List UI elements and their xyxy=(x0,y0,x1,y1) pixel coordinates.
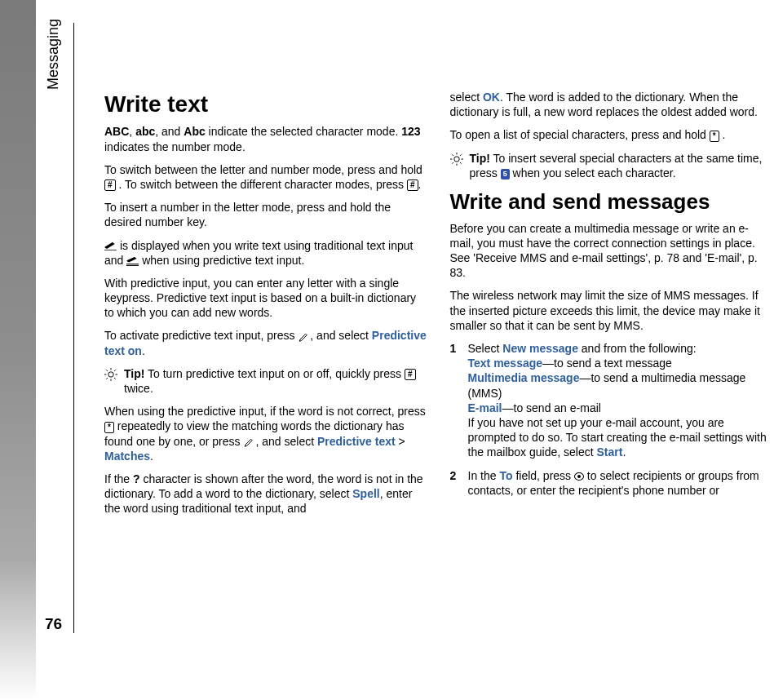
hash-key-icon: # xyxy=(407,179,418,191)
para-word-not-correct: When using the predictive input, if the … xyxy=(104,404,427,463)
pencil-underline-icon xyxy=(126,254,139,267)
pencil-icon xyxy=(104,239,117,252)
text: Select xyxy=(468,342,503,355)
label-abc-upper: ABC xyxy=(104,125,129,138)
text: , and select xyxy=(255,435,317,448)
text: indicate the selected character mode. xyxy=(206,125,401,138)
edit-key-icon xyxy=(298,329,310,342)
para-input-icons: is displayed when you write text using t… xyxy=(104,238,427,268)
tip-icon xyxy=(104,366,117,381)
text: , and xyxy=(155,125,184,138)
heading-write-send-messages: Write and send messages xyxy=(450,188,773,216)
hash-key-icon: # xyxy=(104,179,116,191)
page-number: 76 xyxy=(45,615,62,633)
text: When using the predictive input, if the … xyxy=(104,405,426,418)
para-character-mode: ABC, abc, and Abc indicate the selected … xyxy=(104,124,427,153)
tip-label: Tip! xyxy=(470,152,490,165)
hash-key-icon: # xyxy=(405,369,416,380)
text: . xyxy=(723,128,726,141)
text: . To switch between the different charac… xyxy=(118,178,407,191)
text: —to send a text message xyxy=(542,357,672,370)
text: . xyxy=(150,450,153,463)
text: To open a list of special characters, pr… xyxy=(450,128,710,141)
para-switch-mode: To switch between the letter and number … xyxy=(104,162,427,192)
svg-point-9 xyxy=(453,157,458,162)
step-number: 1 xyxy=(450,341,457,356)
svg-line-7 xyxy=(114,370,116,372)
svg-line-15 xyxy=(460,162,462,164)
svg-line-5 xyxy=(106,370,108,372)
svg-line-8 xyxy=(106,378,108,379)
tip-predictive-toggle: Tip! To turn predictive text input on or… xyxy=(104,366,427,396)
text: , and select xyxy=(310,329,372,342)
text: indicates the number mode. xyxy=(104,140,245,153)
text: To turn predictive text input on or off,… xyxy=(144,367,405,380)
text: . xyxy=(622,445,626,459)
para-predictive-explain: With predictive input, you can enter any… xyxy=(104,276,427,321)
page-margin-rule xyxy=(73,23,74,633)
link-ok: OK xyxy=(483,91,500,104)
svg-line-6 xyxy=(114,378,116,379)
text: . xyxy=(142,344,145,357)
link-multimedia-message: Multimedia message xyxy=(468,371,580,384)
text: . xyxy=(418,178,422,191)
text: when you select each character. xyxy=(510,166,676,179)
para-connection-settings: Before you can create a multimedia messa… xyxy=(450,221,773,281)
star-key-icon: * xyxy=(710,131,719,142)
link-new-message: New message xyxy=(502,342,578,355)
text: —to send an e-mail xyxy=(502,401,601,414)
para-question-mark: If the ? character is shown after the wo… xyxy=(104,472,427,516)
column-left: Write text ABC, abc, and Abc indicate th… xyxy=(104,90,427,700)
tip-icon xyxy=(450,151,463,166)
tip-label: Tip! xyxy=(124,367,144,380)
edit-key-icon xyxy=(243,435,255,448)
text: > xyxy=(396,435,405,448)
text: If the xyxy=(104,472,133,485)
link-text-message: Text message xyxy=(468,357,543,370)
scroll-key-icon xyxy=(574,472,584,481)
svg-line-17 xyxy=(452,162,453,164)
svg-line-16 xyxy=(460,154,462,156)
link-to-field: To xyxy=(499,469,512,482)
link-matches: Matches xyxy=(104,450,150,463)
label-123: 123 xyxy=(401,125,420,138)
text: and from the following: xyxy=(578,342,697,355)
link-predictive-text: Predictive text xyxy=(317,435,396,448)
step-1: 1 Select New message and from the follow… xyxy=(450,341,773,460)
step-number: 2 xyxy=(450,468,457,483)
link-start: Start xyxy=(596,445,622,459)
text: when using predictive text input. xyxy=(139,254,304,267)
para-special-chars: To open a list of special characters, pr… xyxy=(450,127,773,142)
para-mms-limit: The wireless network may limit the size … xyxy=(450,288,773,333)
text: To activate predictive text input, press xyxy=(104,329,298,342)
heading-write-text: Write text xyxy=(104,90,427,119)
text: select xyxy=(450,91,483,104)
para-activate-predictive: To activate predictive text input, press… xyxy=(104,328,427,357)
link-email: E-mail xyxy=(468,401,502,414)
column-right: select OK. The word is added to the dict… xyxy=(450,90,773,700)
para-insert-number: To insert a number in the letter mode, p… xyxy=(104,200,427,229)
page-gradient-sidebar xyxy=(0,0,36,700)
text: twice. xyxy=(124,382,153,395)
svg-line-14 xyxy=(452,154,453,156)
star-key-icon: * xyxy=(104,422,114,433)
text: To switch between the letter and number … xyxy=(104,163,422,176)
svg-point-0 xyxy=(108,372,113,377)
label-abc-lower: abc xyxy=(135,125,155,138)
label-abc-mixed: Abc xyxy=(184,125,205,138)
step-2: 2 In the To field, press to select recip… xyxy=(450,468,773,498)
text: In the xyxy=(468,469,500,482)
text: field, press xyxy=(513,469,574,482)
tip-special-chars: Tip! To insert several special character… xyxy=(450,151,773,180)
question-mark: ? xyxy=(133,472,140,485)
text: , xyxy=(129,125,135,138)
page-content: Write text ABC, abc, and Abc indicate th… xyxy=(104,90,772,700)
five-key-icon: 5 xyxy=(501,169,510,179)
link-spell: Spell xyxy=(352,487,379,500)
para-select-ok: select OK. The word is added to the dict… xyxy=(450,90,773,119)
chapter-label: Messaging xyxy=(45,19,62,90)
